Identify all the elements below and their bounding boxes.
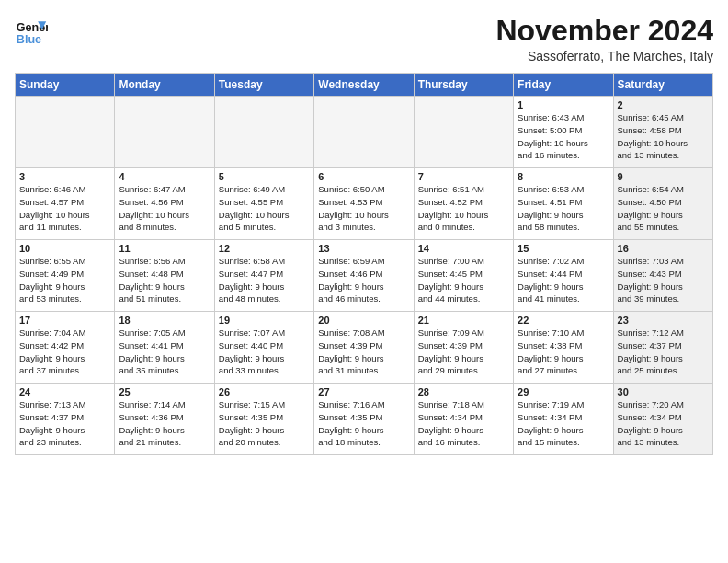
day-info: Sunrise: 6:45 AM Sunset: 4:58 PM Dayligh…	[618, 111, 709, 162]
table-cell: 29Sunrise: 7:19 AM Sunset: 4:34 PM Dayli…	[514, 384, 613, 455]
table-cell: 6Sunrise: 6:50 AM Sunset: 4:53 PM Daylig…	[314, 168, 414, 240]
week-row-5: 24Sunrise: 7:13 AM Sunset: 4:37 PM Dayli…	[16, 384, 713, 455]
week-row-4: 17Sunrise: 7:04 AM Sunset: 4:42 PM Dayli…	[16, 312, 713, 384]
day-info: Sunrise: 7:16 AM Sunset: 4:35 PM Dayligh…	[318, 398, 409, 449]
table-cell	[214, 97, 313, 168]
day-number: 22	[518, 315, 609, 326]
week-row-3: 10Sunrise: 6:55 AM Sunset: 4:49 PM Dayli…	[16, 240, 713, 312]
table-cell	[115, 97, 214, 168]
day-number: 9	[618, 171, 709, 182]
day-number: 11	[119, 243, 210, 254]
day-info: Sunrise: 7:03 AM Sunset: 4:43 PM Dayligh…	[618, 255, 709, 305]
table-cell	[414, 97, 513, 168]
day-number: 21	[418, 315, 509, 326]
day-info: Sunrise: 7:19 AM Sunset: 4:34 PM Dayligh…	[518, 398, 609, 449]
calendar-table: Sunday Monday Tuesday Wednesday Thursday…	[15, 73, 713, 455]
day-number: 30	[618, 386, 709, 397]
day-number: 25	[119, 386, 210, 397]
day-info: Sunrise: 6:56 AM Sunset: 4:48 PM Dayligh…	[119, 255, 210, 305]
day-number: 7	[418, 171, 509, 182]
table-cell: 13Sunrise: 6:59 AM Sunset: 4:46 PM Dayli…	[314, 240, 414, 312]
day-info: Sunrise: 6:54 AM Sunset: 4:50 PM Dayligh…	[618, 183, 709, 234]
table-cell: 17Sunrise: 7:04 AM Sunset: 4:42 PM Dayli…	[16, 312, 115, 384]
day-info: Sunrise: 7:07 AM Sunset: 4:40 PM Dayligh…	[219, 327, 310, 377]
day-info: Sunrise: 7:00 AM Sunset: 4:45 PM Dayligh…	[418, 255, 509, 305]
title-block: November 2024 Sassoferrato, The Marches,…	[495, 15, 713, 63]
day-number: 23	[618, 315, 709, 326]
page: General Blue November 2024 Sassoferrato,…	[0, 0, 728, 465]
table-cell: 12Sunrise: 6:58 AM Sunset: 4:47 PM Dayli…	[214, 240, 313, 312]
table-cell: 5Sunrise: 6:49 AM Sunset: 4:55 PM Daylig…	[214, 168, 313, 240]
day-number: 6	[318, 171, 409, 182]
day-info: Sunrise: 7:04 AM Sunset: 4:42 PM Dayligh…	[19, 327, 110, 377]
day-info: Sunrise: 7:13 AM Sunset: 4:37 PM Dayligh…	[19, 398, 110, 449]
table-cell: 14Sunrise: 7:00 AM Sunset: 4:45 PM Dayli…	[414, 240, 513, 312]
day-number: 28	[418, 386, 509, 397]
table-cell: 8Sunrise: 6:53 AM Sunset: 4:51 PM Daylig…	[514, 168, 613, 240]
header-row: Sunday Monday Tuesday Wednesday Thursday…	[16, 74, 713, 97]
table-cell: 26Sunrise: 7:15 AM Sunset: 4:35 PM Dayli…	[214, 384, 313, 455]
table-cell: 28Sunrise: 7:18 AM Sunset: 4:34 PM Dayli…	[414, 384, 513, 455]
logo-icon: General Blue	[15, 15, 48, 48]
col-friday: Friday	[514, 74, 613, 97]
day-info: Sunrise: 6:50 AM Sunset: 4:53 PM Dayligh…	[318, 183, 409, 234]
col-sunday: Sunday	[16, 74, 115, 97]
col-saturday: Saturday	[613, 74, 712, 97]
day-info: Sunrise: 7:05 AM Sunset: 4:41 PM Dayligh…	[119, 327, 210, 377]
header: General Blue November 2024 Sassoferrato,…	[15, 15, 713, 63]
day-number: 20	[318, 315, 409, 326]
day-number: 2	[618, 99, 709, 110]
logo: General Blue	[15, 15, 48, 48]
day-number: 14	[418, 243, 509, 254]
day-number: 15	[518, 243, 609, 254]
day-info: Sunrise: 6:43 AM Sunset: 5:00 PM Dayligh…	[518, 111, 609, 162]
table-cell: 30Sunrise: 7:20 AM Sunset: 4:34 PM Dayli…	[613, 384, 712, 455]
subtitle: Sassoferrato, The Marches, Italy	[495, 49, 713, 63]
day-number: 19	[219, 315, 310, 326]
day-number: 10	[19, 243, 110, 254]
day-number: 3	[19, 171, 110, 182]
table-cell: 22Sunrise: 7:10 AM Sunset: 4:38 PM Dayli…	[514, 312, 613, 384]
day-info: Sunrise: 6:55 AM Sunset: 4:49 PM Dayligh…	[19, 255, 110, 305]
day-info: Sunrise: 7:12 AM Sunset: 4:37 PM Dayligh…	[618, 327, 709, 377]
col-wednesday: Wednesday	[314, 74, 414, 97]
day-info: Sunrise: 6:53 AM Sunset: 4:51 PM Dayligh…	[518, 183, 609, 234]
day-info: Sunrise: 6:46 AM Sunset: 4:57 PM Dayligh…	[19, 183, 110, 234]
day-number: 24	[19, 386, 110, 397]
table-cell: 21Sunrise: 7:09 AM Sunset: 4:39 PM Dayli…	[414, 312, 513, 384]
table-cell: 27Sunrise: 7:16 AM Sunset: 4:35 PM Dayli…	[314, 384, 414, 455]
col-thursday: Thursday	[414, 74, 513, 97]
table-cell: 19Sunrise: 7:07 AM Sunset: 4:40 PM Dayli…	[214, 312, 313, 384]
week-row-2: 3Sunrise: 6:46 AM Sunset: 4:57 PM Daylig…	[16, 168, 713, 240]
day-info: Sunrise: 7:10 AM Sunset: 4:38 PM Dayligh…	[518, 327, 609, 377]
day-number: 18	[119, 315, 210, 326]
table-cell	[16, 97, 115, 168]
table-cell: 25Sunrise: 7:14 AM Sunset: 4:36 PM Dayli…	[115, 384, 214, 455]
day-number: 17	[19, 315, 110, 326]
table-cell: 2Sunrise: 6:45 AM Sunset: 4:58 PM Daylig…	[613, 97, 712, 168]
table-cell: 18Sunrise: 7:05 AM Sunset: 4:41 PM Dayli…	[115, 312, 214, 384]
table-cell: 1Sunrise: 6:43 AM Sunset: 5:00 PM Daylig…	[514, 97, 613, 168]
day-number: 8	[518, 171, 609, 182]
day-number: 1	[518, 99, 609, 110]
day-number: 5	[219, 171, 310, 182]
week-row-1: 1Sunrise: 6:43 AM Sunset: 5:00 PM Daylig…	[16, 97, 713, 168]
svg-text:Blue: Blue	[17, 33, 41, 46]
table-cell: 24Sunrise: 7:13 AM Sunset: 4:37 PM Dayli…	[16, 384, 115, 455]
day-info: Sunrise: 6:58 AM Sunset: 4:47 PM Dayligh…	[219, 255, 310, 305]
day-info: Sunrise: 6:47 AM Sunset: 4:56 PM Dayligh…	[119, 183, 210, 234]
col-monday: Monday	[115, 74, 214, 97]
day-number: 27	[318, 386, 409, 397]
table-cell: 3Sunrise: 6:46 AM Sunset: 4:57 PM Daylig…	[16, 168, 115, 240]
month-title: November 2024	[495, 15, 713, 47]
day-info: Sunrise: 7:20 AM Sunset: 4:34 PM Dayligh…	[618, 398, 709, 449]
day-info: Sunrise: 7:14 AM Sunset: 4:36 PM Dayligh…	[119, 398, 210, 449]
table-cell: 9Sunrise: 6:54 AM Sunset: 4:50 PM Daylig…	[613, 168, 712, 240]
day-info: Sunrise: 7:15 AM Sunset: 4:35 PM Dayligh…	[219, 398, 310, 449]
table-cell: 11Sunrise: 6:56 AM Sunset: 4:48 PM Dayli…	[115, 240, 214, 312]
day-number: 16	[618, 243, 709, 254]
day-info: Sunrise: 7:18 AM Sunset: 4:34 PM Dayligh…	[418, 398, 509, 449]
table-cell: 20Sunrise: 7:08 AM Sunset: 4:39 PM Dayli…	[314, 312, 414, 384]
day-info: Sunrise: 6:51 AM Sunset: 4:52 PM Dayligh…	[418, 183, 509, 234]
col-tuesday: Tuesday	[214, 74, 313, 97]
